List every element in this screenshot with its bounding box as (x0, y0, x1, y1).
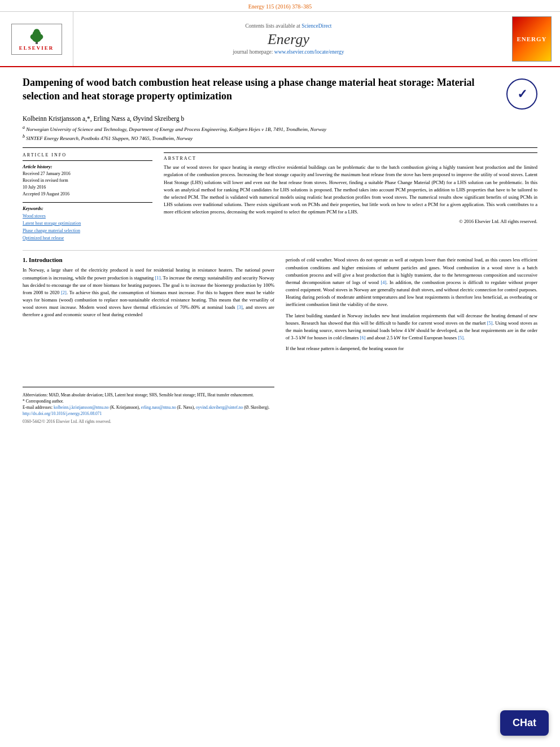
affil-marker-b: b (23, 134, 25, 139)
email-naess[interactable]: erling.nass@ntnu.no (141, 405, 176, 410)
journal-name: Energy (268, 31, 309, 48)
top-bar: Energy 115 (2016) 378–385 (0, 0, 560, 12)
affiliation-b: SINTEF Energy Research, Postboks 4761 Sl… (26, 136, 193, 141)
article-title: Dampening of wood batch combustion heat … (23, 76, 506, 103)
divider-1 (23, 147, 537, 148)
sciencedirect-link[interactable]: ScienceDirect (301, 23, 331, 29)
footer-divider (23, 387, 274, 387)
elsevier-logo-section: ELSEVIER (0, 12, 73, 66)
keyword-2[interactable]: Latent heat storage optimization (23, 220, 152, 228)
abstract-text: The use of wood stoves for space heating… (164, 164, 537, 216)
ref-6[interactable]: [6] (360, 335, 366, 340)
history-received-revised: Received in revised form (23, 177, 152, 184)
contents-label: Contents lists available at (245, 23, 300, 29)
elsevier-logo: ELSEVIER (11, 24, 62, 55)
authors-line: Kolbeinn Kristjansson a,*, Erling Næss a… (23, 115, 537, 122)
ref-1[interactable]: [1] (155, 275, 160, 281)
elsevier-tree-icon (25, 27, 48, 44)
homepage-url[interactable]: www.elsevier.com/locate/energy (274, 49, 344, 55)
keyword-3[interactable]: Phase change material selection (23, 228, 152, 235)
intro-para-right-1: periods of cold weather. Wood stoves do … (286, 256, 537, 308)
intro-para-right-2: The latest building standard in Norway i… (286, 312, 537, 342)
article-title-section: Dampening of wood batch combustion heat … (23, 76, 537, 110)
history-label: Article history: (23, 164, 152, 169)
footer-corresponding: * Corresponding author. (23, 398, 274, 404)
journal-homepage-line: journal homepage: www.elsevier.com/locat… (233, 49, 344, 55)
abstract-section: ABSTRACT The use of wood stoves for spac… (164, 152, 537, 224)
intro-heading: 1. Introduction (23, 256, 274, 263)
sciencedirect-line: Contents lists available at ScienceDirec… (245, 23, 331, 29)
intro-para-right-3: If the heat release pattern is dampened,… (286, 345, 537, 352)
authors-text: Kolbeinn Kristjansson a,*, Erling Næss a… (23, 115, 184, 122)
info-abstract-section: ARTICLE INFO Article history: Received 2… (23, 152, 537, 242)
keyword-1[interactable]: Wood stoves (23, 213, 152, 220)
email-skreiberg[interactable]: oyvind.skreiberg@sintef.no (196, 405, 243, 410)
history-received-revised-date: 10 July 2016 (23, 184, 152, 191)
body-left-col: 1. Introduction In Norway, a large share… (23, 256, 274, 423)
journal-citation: Energy 115 (2016) 378–385 (248, 3, 312, 10)
affil-marker-a: a (23, 125, 25, 130)
ref-4[interactable]: [4] (381, 279, 387, 285)
affiliation-a: Norwegian University of Science and Tech… (26, 126, 326, 132)
article-info-col: ARTICLE INFO Article history: Received 2… (23, 152, 152, 242)
keywords-label: Keywords: (23, 206, 152, 211)
journal-header-center: Contents lists available at ScienceDirec… (73, 12, 504, 66)
journal-cover: ENERGY (512, 16, 552, 62)
copyright-line: © 2016 Elsevier Ltd. All rights reserved… (164, 219, 537, 224)
body-right-col: periods of cold weather. Wood stoves do … (286, 256, 537, 423)
body-section: 1. Introduction In Norway, a large share… (23, 256, 537, 423)
history-accepted: Accepted 19 August 2016 (23, 191, 152, 198)
footer-issn: 0360-5442/© 2016 Elsevier Ltd. All right… (23, 419, 274, 424)
footer-notes-col: Abbreviations: MAD, Mean absolute deviat… (23, 387, 274, 424)
keywords-section: Keywords: Wood stoves Latent heat storag… (23, 202, 152, 242)
email-label: E-mail addresses: (23, 405, 53, 410)
svg-point-5 (33, 29, 40, 34)
main-content: Dampening of wood batch combustion heat … (0, 67, 560, 430)
intro-number: 1. (23, 256, 27, 263)
intro-title: Introduction (29, 256, 63, 263)
abstract-col: ABSTRACT The use of wood stoves for spac… (164, 152, 537, 242)
article-history: Article history: Received 27 January 201… (23, 160, 152, 198)
ref-5b[interactable]: [5] (458, 335, 463, 340)
ref-5[interactable]: [5] (487, 320, 493, 326)
journal-cover-section: ENERGY (504, 12, 560, 66)
cover-label: ENERGY (517, 36, 546, 42)
homepage-label: journal homepage: (233, 49, 273, 55)
crossmark-logo: ✓ (506, 78, 537, 110)
abstract-heading: ABSTRACT (164, 156, 537, 161)
chat-button[interactable]: CHat (500, 710, 549, 736)
footer-emails-line: E-mail addresses: kolbeinn.j.kristjansso… (23, 404, 274, 410)
ref-2[interactable]: [2] (61, 290, 67, 295)
journal-header: ELSEVIER Contents lists available at Sci… (0, 12, 560, 67)
history-received: Received 27 January 2016 (23, 171, 152, 177)
intro-para-1: In Norway, a large share of the electric… (23, 267, 274, 318)
doi-link[interactable]: http://dx.doi.org/10.1016/j.energy.2016.… (23, 411, 102, 416)
footer-doi-line: http://dx.doi.org/10.1016/j.energy.2016.… (23, 410, 274, 417)
ref-3[interactable]: [3] (237, 304, 243, 310)
affiliations: a Norwegian University of Science and Te… (23, 124, 537, 142)
article-info-heading: ARTICLE INFO (23, 152, 152, 158)
elsevier-text: ELSEVIER (19, 45, 54, 51)
footer-abbreviations: Abbreviations: MAD, Mean absolute deviat… (23, 392, 274, 398)
elsevier-logo-img: ELSEVIER (11, 24, 62, 55)
keyword-4[interactable]: Optimized heat release (23, 235, 152, 242)
email-kristjansson[interactable]: kolbeinn.j.kristjansson@ntnu.no (54, 405, 109, 410)
body-separator (23, 250, 537, 251)
